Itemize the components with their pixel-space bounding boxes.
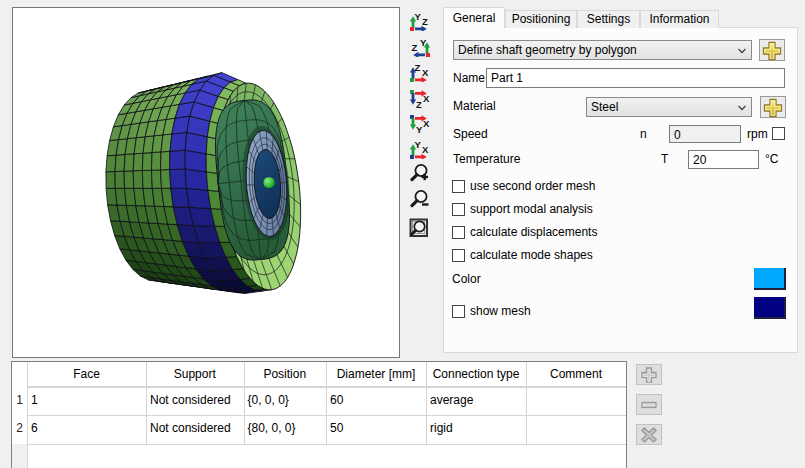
svg-text:Y: Y bbox=[415, 12, 422, 22]
svg-text:X: X bbox=[422, 144, 429, 155]
svg-text:Z: Z bbox=[416, 99, 422, 109]
svg-text:Y: Y bbox=[415, 140, 422, 150]
svg-text:X: X bbox=[423, 118, 430, 129]
svg-text:Z: Z bbox=[415, 63, 421, 73]
svg-text:Z: Z bbox=[422, 16, 428, 27]
svg-text:X: X bbox=[423, 93, 430, 104]
svg-text:Z: Z bbox=[412, 42, 418, 53]
svg-text:Y: Y bbox=[416, 124, 423, 134]
svg-text:X: X bbox=[422, 67, 429, 78]
